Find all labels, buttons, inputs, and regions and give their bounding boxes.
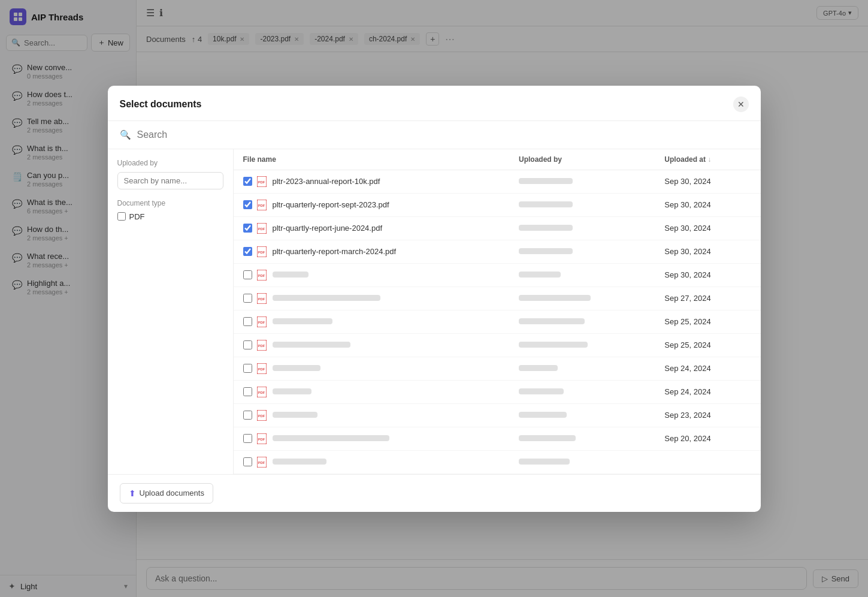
svg-text:PDF: PDF (258, 274, 265, 278)
modal-search-icon: 🔍 (120, 129, 131, 140)
file-name-cell-9: PDF (234, 380, 510, 403)
pdf-icon-0: PDF (257, 176, 268, 187)
pdf-icon-3: PDF (257, 246, 268, 257)
modal-title: Select documents (120, 99, 733, 110)
col-filename: File name (234, 149, 510, 170)
document-table-wrapper[interactable]: File name Uploaded by Uploaded at PDF pl… (234, 149, 761, 474)
uploaded-by-cell-4 (509, 263, 655, 287)
pdf-icon-12: PDF (257, 457, 268, 468)
modal-close-button[interactable]: ✕ (733, 97, 749, 112)
svg-text:PDF: PDF (258, 204, 265, 207)
file-name-text-8 (273, 364, 320, 373)
modal-header: Select documents ✕ (108, 86, 761, 121)
svg-text:PDF: PDF (258, 297, 265, 301)
file-checkbox-3[interactable] (243, 247, 252, 256)
file-checkbox-12[interactable] (243, 457, 252, 466)
modal-footer: ⬆ Upload documents (108, 474, 761, 512)
col-uploaded-by: Uploaded by (509, 149, 655, 170)
uploaded-by-cell-8 (509, 357, 655, 380)
upload-icon: ⬆ (129, 489, 136, 498)
file-checkbox-0[interactable] (243, 177, 252, 186)
uploaded-by-cell-9 (509, 380, 655, 403)
uploaded-at-cell-10: Sep 23, 2024 (655, 403, 760, 427)
file-name-text-7 (273, 340, 350, 349)
svg-text:PDF: PDF (258, 344, 265, 348)
table-row: PDF Sep 25, 2024 (234, 333, 761, 357)
file-name-text-10 (273, 411, 317, 420)
filter-pdf-checkbox[interactable] (117, 212, 126, 221)
file-checkbox-4[interactable] (243, 270, 252, 279)
file-name-cell-4: PDF (234, 263, 510, 287)
uploaded-at-cell-3: Sep 30, 2024 (655, 240, 760, 263)
file-checkbox-9[interactable] (243, 387, 252, 396)
file-name-text-0: pltr-2023-annual-report-10k.pdf (273, 177, 380, 186)
uploaded-by-cell-3 (509, 240, 655, 263)
uploaded-by-cell-10 (509, 403, 655, 427)
file-name-cell-8: PDF (234, 357, 510, 380)
table-row: PDF pltr-quartly-report-june-2024.pdfSep… (234, 216, 761, 240)
filter-pdf-row: PDF (117, 212, 223, 221)
file-name-cell-3: PDF pltr-quarterly-report-march-2024.pdf (234, 240, 510, 263)
uploaded-at-cell-1: Sep 30, 2024 (655, 193, 760, 216)
uploaded-at-cell-4: Sep 30, 2024 (655, 263, 760, 287)
file-checkbox-11[interactable] (243, 434, 252, 443)
table-row: PDF pltr-2023-annual-report-10k.pdfSep 3… (234, 170, 761, 193)
pdf-icon-2: PDF (257, 223, 268, 234)
uploaded-at-cell-8: Sep 24, 2024 (655, 357, 760, 380)
col-uploaded-at[interactable]: Uploaded at (655, 149, 760, 170)
document-table: File name Uploaded by Uploaded at PDF pl… (234, 149, 761, 474)
table-row: PDF Sep 24, 2024 (234, 380, 761, 403)
file-checkbox-2[interactable] (243, 224, 252, 233)
file-name-text-11 (273, 434, 389, 443)
uploaded-by-cell-11 (509, 427, 655, 450)
uploaded-at-cell-7: Sep 25, 2024 (655, 333, 760, 357)
file-name-text-12 (273, 457, 326, 466)
pdf-icon-10: PDF (257, 410, 268, 421)
table-row: PDF Sep 24, 2024 (234, 357, 761, 380)
table-row: PDF Sep 20, 2024 (234, 427, 761, 450)
modal-body: Uploaded by Document type PDF File name … (108, 149, 761, 474)
pdf-icon-5: PDF (257, 293, 268, 304)
filter-panel: Uploaded by Document type PDF (108, 149, 234, 474)
pdf-icon-11: PDF (257, 433, 268, 444)
modal-search-bar: 🔍 (108, 121, 761, 149)
table-row: PDF pltr-quarterly-report-sept-2023.pdfS… (234, 193, 761, 216)
svg-text:PDF: PDF (258, 251, 265, 254)
file-name-cell-0: PDF pltr-2023-annual-report-10k.pdf (234, 170, 510, 193)
file-checkbox-7[interactable] (243, 340, 252, 349)
svg-text:PDF: PDF (258, 438, 265, 441)
modal-overlay[interactable]: Select documents ✕ 🔍 Uploaded by Documen… (0, 0, 868, 597)
uploaded-by-cell-7 (509, 333, 655, 357)
table-row: PDF pltr-quarterly-report-march-2024.pdf… (234, 240, 761, 263)
svg-text:PDF: PDF (258, 391, 265, 394)
uploaded-at-cell-2: Sep 30, 2024 (655, 216, 760, 240)
uploaded-at-cell-0: Sep 30, 2024 (655, 170, 760, 193)
pdf-icon-8: PDF (257, 363, 268, 374)
modal-search-input[interactable] (137, 129, 749, 140)
file-checkbox-5[interactable] (243, 294, 252, 303)
table-row: PDF Sep 30, 2024 (234, 263, 761, 287)
filter-name-search[interactable] (117, 172, 223, 189)
uploaded-at-cell-11: Sep 20, 2024 (655, 427, 760, 450)
table-row: PDF Sep 23, 2024 (234, 403, 761, 427)
svg-text:PDF: PDF (258, 367, 265, 371)
file-checkbox-8[interactable] (243, 364, 252, 373)
svg-text:PDF: PDF (258, 461, 265, 465)
table-header-row: File name Uploaded by Uploaded at (234, 149, 761, 170)
uploaded-by-cell-12 (509, 450, 655, 474)
table-row: PDF Sep 27, 2024 (234, 287, 761, 310)
svg-text:PDF: PDF (258, 180, 265, 184)
uploaded-by-cell-1 (509, 193, 655, 216)
upload-documents-button[interactable]: ⬆ Upload documents (120, 483, 213, 503)
file-name-cell-2: PDF pltr-quartly-report-june-2024.pdf (234, 216, 510, 240)
file-checkbox-10[interactable] (243, 411, 252, 420)
pdf-icon-4: PDF (257, 270, 268, 281)
table-row: PDF Sep 25, 2024 (234, 310, 761, 333)
file-checkbox-1[interactable] (243, 200, 252, 209)
file-name-cell-12: PDF (234, 450, 510, 474)
file-name-text-6 (273, 317, 332, 326)
file-checkbox-6[interactable] (243, 317, 252, 326)
table-row: PDF (234, 450, 761, 474)
uploaded-at-cell-12 (655, 450, 760, 474)
pdf-icon-9: PDF (257, 387, 268, 397)
